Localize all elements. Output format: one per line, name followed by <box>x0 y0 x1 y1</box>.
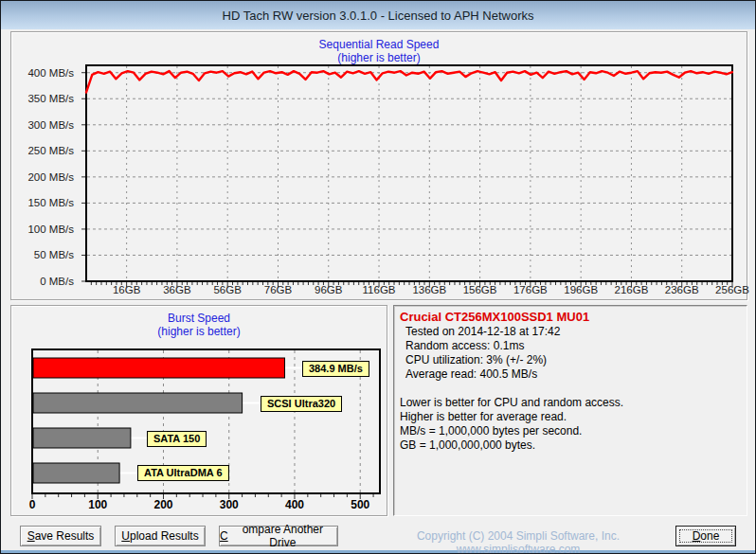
burst-bar-label: SCSI Ultra320 <box>261 396 342 412</box>
x-axis-tick-label: 300 <box>210 498 248 511</box>
y-axis-tick-label: 200 MB/s <box>11 170 74 184</box>
x-axis-tick-label: 76GB <box>249 284 306 295</box>
x-axis-tick-label: 96GB <box>300 284 357 295</box>
upload-results-button[interactable]: Upload Results <box>115 526 206 546</box>
info-line-note-2: Higher is better for average read. <box>400 410 741 424</box>
burst-bar-label: SATA 150 <box>147 431 207 447</box>
y-axis-tick-label: 350 MB/s <box>11 92 74 105</box>
sequential-read-chart-title: Sequential Read Speed <box>11 38 747 51</box>
save-results-button[interactable]: Save Results <box>20 526 101 546</box>
y-axis-tick-label: 50 MB/s <box>11 248 74 261</box>
x-axis-tick-label: 176GB <box>502 284 559 295</box>
titlebar[interactable]: HD Tach RW version 3.0.1.0 - Licensed to… <box>1 1 755 29</box>
info-line-tested-on: Tested on 2014-12-18 at 17:42 <box>400 325 741 339</box>
x-axis-tick-label: 0 <box>13 498 51 511</box>
x-axis-tick-label: 216GB <box>603 284 659 295</box>
burst-bar-label: 384.9 MB/s <box>302 361 369 377</box>
results-info-panel: Crucial CT256MX100SSD1 MU01 Tested on 20… <box>393 305 747 516</box>
client-area: Sequential Read Speed (higher is better)… <box>1 29 755 553</box>
x-axis-tick-label: 200 <box>144 498 182 511</box>
x-axis-tick-label: 100 <box>79 498 117 511</box>
y-axis-tick-label: 100 MB/s <box>11 223 74 236</box>
info-line-blank <box>400 382 741 396</box>
x-axis-tick-label: 236GB <box>654 284 711 295</box>
burst-bar-label: ATA UltraDMA 6 <box>137 465 229 481</box>
sequential-read-panel: Sequential Read Speed (higher is better)… <box>10 31 747 300</box>
x-axis-tick-label: 156GB <box>452 284 509 295</box>
x-axis-tick-label: 256GB <box>704 284 756 295</box>
burst-speed-chart-title: Burst Speed <box>11 312 387 325</box>
done-button[interactable]: Done <box>675 526 736 546</box>
x-axis-tick-label: 136GB <box>401 284 458 295</box>
copyright-text: Copyright (C) 2004 Simpli Software, Inc.… <box>367 529 670 554</box>
x-axis-tick-label: 196GB <box>552 284 609 295</box>
x-axis-tick-label: 56GB <box>199 284 256 295</box>
sequential-read-chart-subtitle: (higher is better) <box>11 51 747 64</box>
sequential-read-chart <box>80 64 733 290</box>
y-axis-tick-label: 0 MB/s <box>11 275 74 288</box>
hd-tach-window: HD Tach RW version 3.0.1.0 - Licensed to… <box>0 0 756 554</box>
burst-speed-chart-subtitle: (higher is better) <box>11 325 387 338</box>
y-axis-tick-label: 300 MB/s <box>11 118 74 132</box>
info-line-note-4: GB = 1,000,000,000 bytes. <box>400 438 741 453</box>
y-axis-tick-label: 150 MB/s <box>11 196 74 209</box>
x-axis-tick-label: 36GB <box>149 284 206 295</box>
window-title: HD Tach RW version 3.0.1.0 - Licensed to… <box>223 9 534 23</box>
info-line-cpu-utilization: CPU utilization: 3% (+/- 2%) <box>400 353 741 367</box>
y-axis-tick-label: 250 MB/s <box>11 144 74 157</box>
x-axis-tick-label: 16GB <box>99 284 155 295</box>
info-line-average-read: Average read: 400.5 MB/s <box>400 367 741 382</box>
x-axis-tick-label: 116GB <box>351 284 407 295</box>
burst-speed-panel: Burst Speed (higher is better) 384.9 MB/… <box>10 305 387 516</box>
compare-another-drive-button[interactable]: Compare Another Drive <box>219 526 338 546</box>
info-line-note-3: MB/s = 1,000,000 bytes per second. <box>400 424 741 438</box>
info-line-random-access: Random access: 0.1ms <box>400 339 741 353</box>
drive-model-title: Crucial CT256MX100SSD1 MU01 <box>400 310 741 325</box>
y-axis-tick-label: 400 MB/s <box>11 66 74 80</box>
info-line-note-1: Lower is better for CPU and random acces… <box>400 396 741 410</box>
x-axis-tick-label: 500 <box>341 498 379 511</box>
x-axis-tick-label: 400 <box>276 498 314 511</box>
